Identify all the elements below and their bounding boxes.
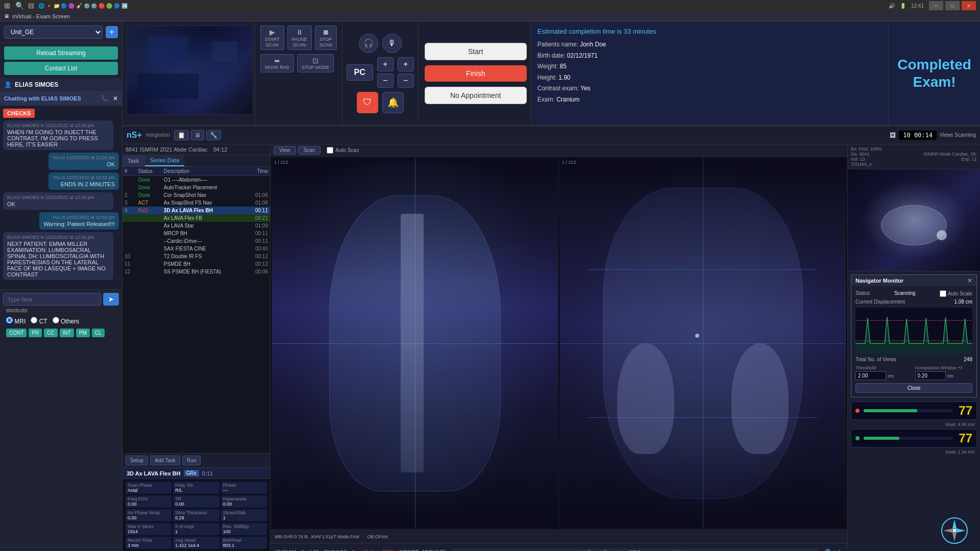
autoscan-checkbox[interactable]: Auto Scan (327, 146, 359, 155)
radio-mri[interactable]: MRI (6, 317, 26, 325)
grid-icon[interactable]: ⊟ (28, 2, 34, 10)
series-row-8[interactable]: --Cardio iDrive---00:11 (122, 237, 270, 245)
stop-mode-button[interactable]: ⊡ STOP MODE (297, 54, 334, 72)
contact-list-button[interactable]: Contact List (4, 62, 118, 75)
start-button[interactable]: Start (425, 43, 527, 60)
radio-group[interactable]: MRI CT Others (3, 315, 119, 327)
bell-button[interactable]: 🔔 (382, 92, 404, 113)
minus-button-1[interactable]: − (377, 73, 394, 88)
autoscan-input[interactable] (327, 147, 333, 154)
series-row-9[interactable]: SAX FIESTA CINE00:40 (122, 245, 270, 253)
scan-tab[interactable]: Scan (298, 146, 321, 155)
search-icon[interactable]: 🔍 (15, 2, 24, 10)
msg-3-text: ENDS IN 2 MINUTES (53, 181, 115, 187)
radio-ct[interactable]: CT (31, 317, 47, 325)
compass-icon (939, 515, 970, 546)
pr-button[interactable]: PR (29, 329, 42, 337)
no-appointment-button[interactable]: No Appointment (425, 87, 527, 104)
chat-send-button[interactable]: ➤ (103, 293, 119, 306)
view-scan-tabs: View Scan Auto Scan (271, 144, 847, 157)
mri-status-bar: WB-SAR:0.76 B...KHV:1.51pT Mode:First OB… (271, 530, 847, 543)
add-task-tab[interactable]: Add Task (150, 456, 180, 465)
series-row-0[interactable]: DoneO1 ----Abdomen---- (122, 176, 270, 184)
user-name: ELIAS SIMOES (15, 81, 58, 88)
task-tab[interactable]: Task (122, 155, 145, 166)
move-rad-button[interactable]: ⬌ MOVE RAD (260, 54, 294, 72)
int-button[interactable]: INT (60, 329, 74, 337)
setup-tab[interactable]: Setup (126, 456, 148, 465)
msg-6: ELIAS SIMOES in 12/21/2022 at 12:02 pm N… (3, 232, 113, 280)
chat-close-icon[interactable]: ✕ (113, 95, 118, 102)
view-tab[interactable]: View (274, 146, 296, 155)
autoscale-checkbox[interactable] (940, 290, 946, 297)
minus-button-2[interactable]: − (398, 73, 414, 88)
nav-waveform-svg (855, 308, 972, 354)
series-row-11[interactable]: 11PSMDE BH00:12 (122, 260, 270, 268)
patient-name-value: Jonh Doe (580, 41, 606, 48)
navigator-close-button[interactable]: ✕ (967, 277, 972, 284)
nav-close-button[interactable]: Close (855, 383, 972, 393)
series-row-10[interactable]: 10T2 Double IR FS00:12 (122, 253, 270, 260)
msg-4-text: OK (7, 201, 109, 207)
readout-1-value: 77 (957, 404, 972, 418)
msg-6-meta: ELIAS SIMOES in 12/21/2022 at 12:02 pm (7, 235, 109, 240)
series-data-tab[interactable]: Series Data (145, 155, 184, 166)
window-controls[interactable]: ─ □ ✕ (929, 1, 976, 10)
add-unit-button[interactable]: + (106, 26, 118, 38)
maximize-button[interactable]: □ (945, 1, 960, 10)
series-tabs: Task Series Data (122, 155, 270, 167)
audio-button[interactable]: 🎧 (359, 34, 378, 53)
ns-logo: nS+ (127, 131, 142, 140)
phone-icon[interactable]: 📞 (101, 95, 109, 102)
acceptance-input[interactable] (915, 371, 946, 380)
run-tab[interactable]: Run (182, 456, 201, 465)
checks-label: CHECKS (3, 109, 35, 118)
chat-header-icons[interactable]: 📞 ✕ (101, 95, 118, 102)
mri-right-panel: Ex: First, 100% Gs: 0041ISMRP Mode Cardi… (847, 144, 980, 551)
cont-button[interactable]: CONT (6, 329, 27, 337)
shield-button[interactable]: 🛡 (357, 92, 378, 113)
chat-input[interactable] (3, 293, 101, 306)
total-views-value: 248 (964, 357, 972, 362)
readout-2-sub: inset: 1.34 mV (851, 449, 977, 455)
series-row-4-highlight[interactable]: 4RxD3D Ax LAVA Flex BH00:11 (122, 207, 270, 214)
start-scan-button[interactable]: ▶ START SCAN (260, 26, 284, 50)
mri-tool-1[interactable]: 📋 (174, 130, 189, 140)
stop-scan-icon: ⏹ (322, 28, 329, 36)
scan-time-badge: 0:11 (202, 470, 213, 477)
pause-scan-icon: ⏸ (296, 28, 303, 36)
completion-time: Estimated completion time is 33 minutes (537, 28, 882, 35)
series-row-5[interactable]: Ax LAVA Flex FB00:21 (122, 214, 270, 222)
finish-button[interactable]: Finish (425, 65, 527, 82)
series-row-7[interactable]: MRCP BH00:11 (122, 230, 270, 237)
mic-button[interactable]: 🎙 (382, 34, 402, 53)
navigator-panel: Navigator Monitor ✕ Status Scanning Auto… (848, 271, 980, 551)
series-row-3[interactable]: 3ACTAx SnapShot FS Nav01:06 (122, 199, 270, 207)
minimize-button[interactable]: ─ (929, 1, 943, 10)
series-row-2[interactable]: 2DoneCor SnapShot Nav01:06 (122, 191, 270, 199)
radio-others[interactable]: Others (53, 317, 79, 325)
cc-button[interactable]: CC (44, 329, 57, 337)
readout-2: 77 (851, 429, 977, 447)
person-icon: 👤 (823, 548, 832, 552)
mri-tool-2[interactable]: 🖥 (191, 130, 204, 140)
reload-streaming-button[interactable]: Reload Streaming (4, 46, 118, 60)
plus-button-2[interactable]: + (398, 57, 414, 71)
mri-tool-3[interactable]: 🔧 (206, 130, 221, 140)
series-row-12[interactable]: 12SS PSMDE BH (FIESTA)00:06 (122, 268, 270, 276)
threshold-input[interactable] (855, 371, 886, 380)
plus-button-1[interactable]: + (377, 57, 394, 71)
readout-displays: 77 inset: 4.90 mV 77 (851, 402, 977, 455)
views-scanning-label: Views Scanning (940, 132, 976, 138)
series-row-1[interactable]: DoneAutoTracker Placement (122, 184, 270, 191)
stop-scan-button[interactable]: ⏹ STOP SCAN (315, 26, 337, 50)
unit-select[interactable]: Unit_GE (4, 26, 103, 39)
close-button[interactable]: ✕ (962, 1, 976, 10)
pm-button[interactable]: PM (76, 329, 90, 337)
displacement-label: Current Displacement (855, 299, 905, 305)
series-row-6[interactable]: Ax LAVA Star01:09 (122, 222, 270, 230)
completed-exam-text: CompletedExam! (897, 56, 971, 90)
pause-scan-button[interactable]: ⏸ PAUSE SCAN (287, 26, 312, 50)
cl-button[interactable]: CL (92, 329, 105, 337)
nav-autoscale[interactable]: Auto Scale (940, 290, 972, 297)
